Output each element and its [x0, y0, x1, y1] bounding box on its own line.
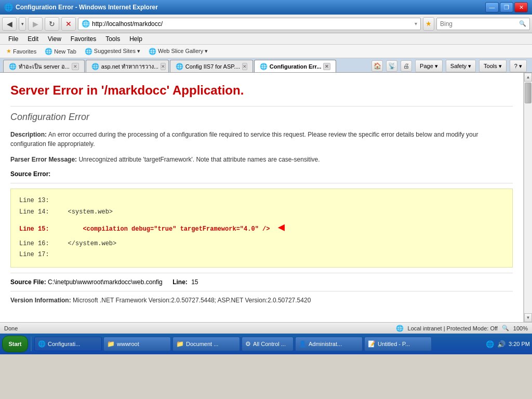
toolbar-feeds[interactable]: 📡 — [386, 60, 397, 72]
version-label: Version Information: — [10, 297, 71, 304]
description-text: An error occurred during the processing … — [10, 131, 478, 148]
menu-bar: File Edit View Favorites Tools Help — [0, 33, 532, 45]
clock: 3:20 PM — [509, 341, 530, 347]
version-divider — [10, 291, 513, 291]
taskbar-icon-0: 🌐 — [38, 340, 46, 348]
zone-icon: 🌐 — [396, 325, 404, 332]
address-input[interactable] — [92, 20, 413, 28]
zoom-text: 100% — [513, 325, 528, 331]
menu-edit[interactable]: Edit — [23, 34, 43, 44]
stop-button[interactable]: ✕ — [61, 17, 76, 31]
taskbar-item-4[interactable]: 👤 Administrat... — [295, 337, 363, 351]
status-left: Done — [4, 325, 18, 331]
tab-close-2[interactable]: ✕ — [242, 63, 247, 70]
source-file-value: C:\inetpub\wwwroot\markdocc\web.config — [48, 278, 163, 286]
parser-label: Parser Error Message: — [10, 156, 77, 163]
source-line-14: Line 14: <system.web> — [19, 207, 504, 218]
web-slice-icon: 🌐 — [149, 48, 156, 55]
suggested-sites-fav[interactable]: 🌐 Suggested Sites ▾ — [82, 47, 143, 56]
source-file-label: Source File: — [10, 278, 46, 286]
title-bar-left: 🌐 Configuration Error - Windows Internet… — [4, 3, 158, 11]
version-info-row: Version Information: Microsoft .NET Fram… — [10, 297, 513, 304]
source-error-box: Line 13: Line 14: <system.web> Line 15: … — [10, 189, 513, 268]
title-bar-controls: — ❐ ✕ — [485, 2, 528, 12]
restore-button[interactable]: ❐ — [500, 2, 513, 12]
forward-button[interactable]: ▶ — [28, 17, 43, 31]
start-button[interactable]: Start — [2, 336, 28, 352]
tab-close-1[interactable]: ✕ — [161, 63, 166, 70]
line-label: Line: — [172, 278, 188, 286]
refresh-button[interactable]: ↻ — [45, 17, 59, 31]
status-right: 🌐 Local intranet | Protected Mode: Off 🔍… — [396, 325, 528, 332]
close-button[interactable]: ✕ — [514, 2, 528, 12]
description-row: Description: An error occurred during th… — [10, 130, 513, 149]
version-text: Microsoft .NET Framework Version:2.0.507… — [73, 297, 311, 304]
title-divider — [10, 106, 513, 107]
tab-icon-2: 🌐 — [176, 63, 183, 70]
tab-close-3[interactable]: ✕ — [323, 63, 330, 70]
help-button[interactable]: ? ▾ — [510, 60, 527, 72]
suggested-icon: 🌐 — [85, 48, 92, 55]
source-error-label: Source Error: — [10, 170, 513, 178]
ie-icon: 🌐 — [4, 3, 12, 11]
taskbar-icon-2: 📁 — [176, 340, 184, 348]
menu-help[interactable]: Help — [125, 34, 147, 44]
menu-tools[interactable]: Tools — [101, 34, 124, 44]
taskbar-item-2[interactable]: 📁 Document ... — [172, 337, 240, 351]
tab-3[interactable]: 🌐 Configuration Err... ✕ — [254, 60, 337, 72]
menu-view[interactable]: View — [44, 34, 65, 44]
tab-icon-3: 🌐 — [260, 63, 268, 70]
address-icon: 🌐 — [82, 20, 90, 28]
scroll-down[interactable]: ▼ — [524, 313, 532, 322]
star-icon: ★ — [6, 48, 11, 55]
minimize-button[interactable]: — — [485, 2, 499, 12]
zone-text: Local intranet | Protected Mode: Off — [408, 325, 498, 331]
source-divider — [10, 183, 513, 183]
page-button[interactable]: Page ▾ — [415, 60, 443, 72]
toolbar-print[interactable]: 🖨 — [401, 60, 412, 72]
taskbar: Start 🌐 Configurati... 📁 wwwroot 📁 Docum… — [0, 334, 532, 354]
window-title: Configuration Error - Windows Internet E… — [16, 4, 158, 11]
search-input[interactable] — [440, 20, 519, 28]
page-title: Server Error in '/markdocc' Application. — [10, 83, 513, 98]
tab-icon-0: 🌐 — [9, 63, 17, 70]
main-content: Server Error in '/markdocc' Application.… — [0, 73, 524, 322]
favorites-label: Favorites — [13, 48, 36, 55]
tab-close-0[interactable]: ✕ — [72, 63, 79, 70]
web-slice-gallery-fav[interactable]: 🌐 Web Slice Gallery ▾ — [145, 47, 211, 56]
search-icon[interactable]: 🔍 — [519, 20, 526, 27]
menu-favorites[interactable]: Favorites — [66, 34, 100, 44]
nav-dropdown[interactable]: ▾ — [19, 17, 26, 31]
arrow-indicator: ◀ — [278, 221, 285, 234]
description-label: Description: — [10, 131, 47, 138]
safety-button[interactable]: Safety ▾ — [446, 60, 476, 72]
menu-file[interactable]: File — [4, 34, 22, 44]
scroll-up[interactable]: ▲ — [524, 73, 532, 82]
zoom-icon: 🔍 — [502, 325, 509, 331]
title-bar: 🌐 Configuration Error - Windows Internet… — [0, 0, 532, 15]
address-bar: 🌐 ▾ — [78, 18, 421, 30]
taskbar-network-icon: 🌐 — [486, 340, 494, 348]
taskbar-item-0[interactable]: 🌐 Configurati... — [34, 337, 102, 351]
favorites-main-button[interactable]: ★ Favorites — [3, 47, 39, 56]
toolbar-home[interactable]: 🏠 — [371, 60, 383, 72]
taskbar-icon-4: 👤 — [299, 340, 307, 348]
parser-text: Unrecognized attribute 'targetFramework'… — [78, 156, 320, 163]
source-line-17: Line 17: — [19, 249, 504, 261]
tab-0[interactable]: 🌐 ทำอะเป็น server อ... ✕ — [3, 60, 85, 72]
taskbar-item-3[interactable]: ⚙ All Control ... — [242, 337, 294, 351]
taskbar-item-5[interactable]: 📝 Untitled - P... — [364, 337, 432, 351]
tab-1[interactable]: 🌐 asp.net ทำหาการวาง... ✕ — [86, 60, 169, 72]
tab-2[interactable]: 🌐 Config IIS7 for ASP.... ✕ — [170, 60, 253, 72]
file-info-row: Source File: C:\inetpub\wwwroot\markdocc… — [10, 278, 513, 286]
address-go[interactable]: ▾ — [415, 21, 417, 26]
back-button[interactable]: ◀ — [2, 17, 17, 31]
taskbar-item-1[interactable]: 📁 wwwroot — [103, 337, 171, 351]
new-tab-fav[interactable]: 🌐 New Tab — [42, 47, 79, 56]
tools-button[interactable]: Tools ▾ — [479, 60, 507, 72]
favorites-button[interactable]: ★ — [423, 17, 434, 31]
favorites-bar: ★ Favorites 🌐 New Tab 🌐 Suggested Sites … — [0, 45, 532, 58]
source-bottom-divider — [10, 273, 513, 273]
content-wrapper: Server Error in '/markdocc' Application.… — [0, 73, 532, 322]
scroll-thumb[interactable] — [525, 83, 531, 103]
